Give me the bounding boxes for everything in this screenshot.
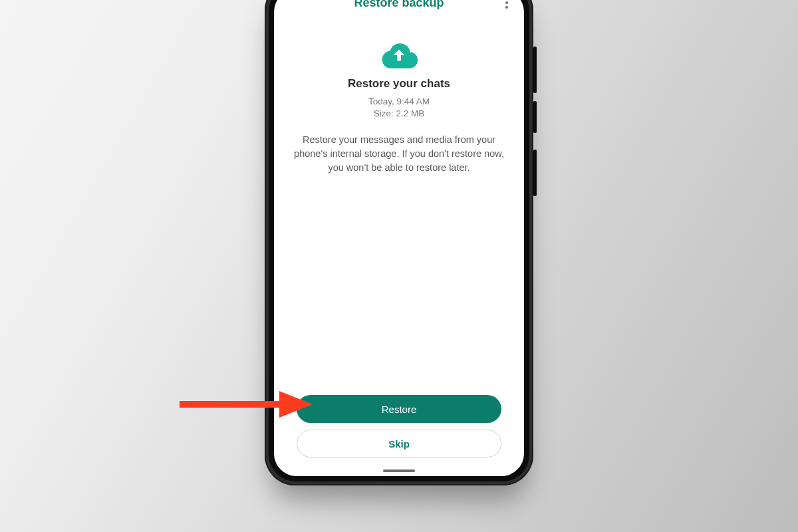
restore-button[interactable]: Restore [297,395,501,423]
backup-timestamp: Today, 9:44 AM [291,96,507,108]
skip-button[interactable]: Skip [297,430,501,458]
page-title: Restore backup [354,0,444,10]
backup-meta: Today, 9:44 AM Size: 2.2 MB [291,96,507,120]
home-indicator[interactable] [383,469,415,472]
power-button[interactable] [533,150,537,196]
action-bar: Restore Skip [274,395,524,476]
backup-size: Size: 2.2 MB [291,108,507,120]
cloud-upload-icon [379,39,419,70]
restore-content: Restore your chats Today, 9:44 AM Size: … [274,16,524,395]
app-header: Restore backup [274,0,524,16]
stage: Restore backup Restore your chats Today,… [0,0,798,532]
restore-subtitle: Restore your chats [291,77,507,90]
volume-up-button[interactable] [533,47,537,93]
restore-description: Restore your messages and media from you… [291,133,507,175]
more-options-icon[interactable] [497,0,516,16]
volume-down-button[interactable] [533,101,537,133]
phone-screen: Restore backup Restore your chats Today,… [274,0,524,476]
phone-frame: Restore backup Restore your chats Today,… [265,0,533,485]
